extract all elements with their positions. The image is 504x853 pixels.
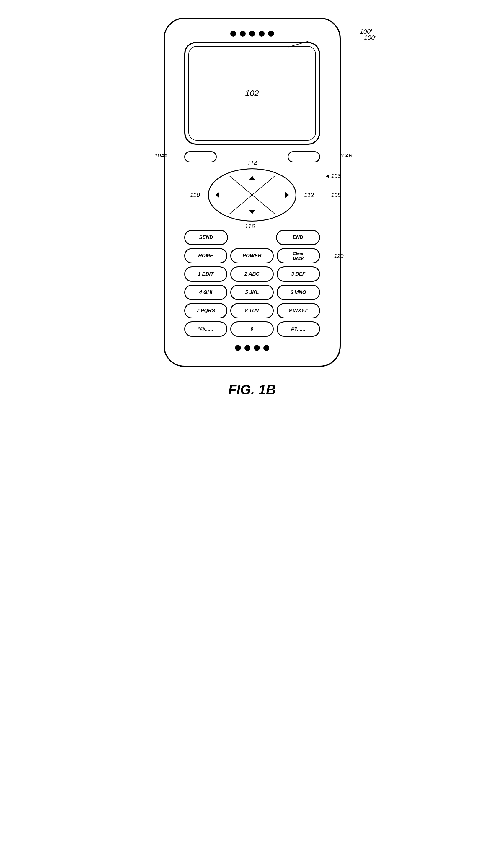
ref-108: 108 [331,192,341,198]
ref-110: 110 [190,192,200,198]
key-0[interactable]: 0 [230,321,274,337]
speaker-dot-bottom [245,345,250,351]
keypad: SEND END HOME POWER Clear Back 120 1 EDI… [184,230,320,337]
speaker-dot [249,31,255,37]
ref-106: ◄106 [324,173,341,179]
key-star[interactable]: *@...... [184,321,228,337]
key-home[interactable]: HOME [184,248,228,264]
arrow-down-icon[interactable] [249,210,255,214]
key-8tuv[interactable]: 8 TUV [230,303,274,318]
speaker-dot-bottom [235,345,241,351]
key-6mno[interactable]: 6 MNO [277,285,320,300]
screen-inner: 102 [188,46,316,141]
key-row-2: 1 EDIT 2 ABC 3 DEF [184,266,320,282]
speaker-dots-bottom [235,345,269,351]
key-2abc[interactable]: 2 ABC [230,266,274,282]
ref-114: 114 [247,160,257,167]
key-power[interactable]: POWER [230,248,274,264]
key-row-4: 7 PQRS 8 TUV 9 WXYZ [184,303,320,318]
speaker-dot-bottom [263,345,269,351]
key-send[interactable]: SEND [184,230,228,245]
figure-label: FIG. 1B [228,381,276,397]
speaker-dot [240,31,246,37]
ext-ref-100: 100' [364,34,376,42]
speaker-dot [268,31,274,37]
arrow-left-icon[interactable] [215,192,219,198]
softkey-right-line [298,157,310,157]
softkey-left-line [195,157,206,157]
speaker-dot [259,31,265,37]
key-7pqrs[interactable]: 7 PQRS [184,303,228,318]
ref-112: 112 [304,192,314,198]
softkey-right[interactable] [288,151,320,162]
softkey-left[interactable] [184,151,217,162]
page-container: 100' 102 104A [0,0,504,853]
key-row-1: HOME POWER Clear Back 120 [184,248,320,264]
screen-label: 102 [245,89,259,98]
key-hash[interactable]: #?...... [277,321,320,337]
key-5jkl[interactable]: 5 JKL [230,285,274,300]
dpad-oval[interactable] [208,168,296,221]
key-row-5: *@...... 0 #?...... [184,321,320,337]
arrow-right-icon[interactable] [285,192,289,198]
speaker-dot [230,31,236,37]
ref-104b: 104B [339,153,352,159]
dpad-container: 114 116 110 112 ◄106 108 [208,168,296,221]
key-row-3: 4 GHI 5 JKL 6 MNO [184,285,320,300]
key-1edit[interactable]: 1 EDIT [184,266,228,282]
key-end[interactable]: END [276,230,320,245]
ref-120: 120 [334,253,344,259]
phone-body: 100' 102 104A [164,18,341,367]
ref-104a: 104A [155,153,168,159]
screen-outer: 102 [184,42,320,145]
speaker-dot-bottom [254,345,260,351]
key-4ghi[interactable]: 4 GHI [184,285,228,300]
key-row-0: SEND END [184,230,320,245]
speaker-dots-top [230,31,274,37]
ref-116: 116 [245,223,255,230]
arrow-up-icon[interactable] [249,176,255,180]
dpad-wrapper: 114 116 110 112 ◄106 108 [184,165,320,221]
key-3def[interactable]: 3 DEF [277,266,320,282]
key-clear-back[interactable]: Clear Back [277,248,320,264]
key-9wxyz[interactable]: 9 WXYZ [277,303,320,318]
